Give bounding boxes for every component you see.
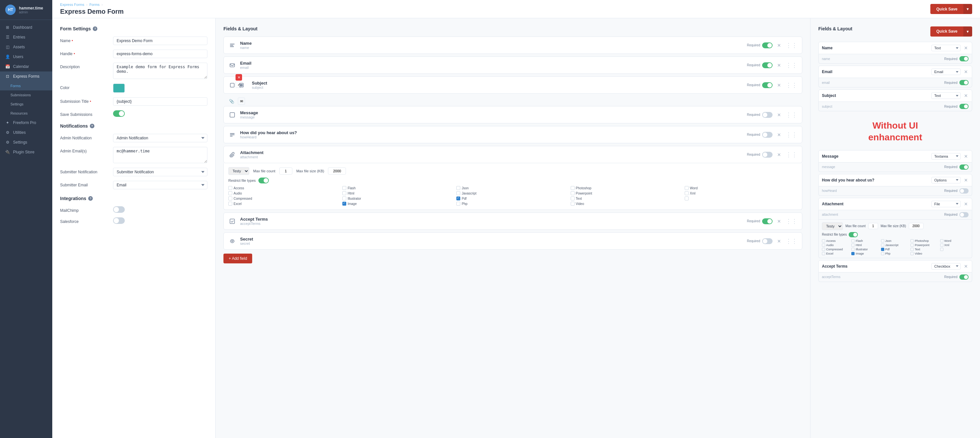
secret-drag-handle[interactable]: ⋮⋮ <box>786 238 797 245</box>
cb-video-box[interactable] <box>571 202 574 206</box>
right-cb-illustrator-box[interactable] <box>851 248 854 251</box>
cb-excel-box[interactable] <box>228 202 232 206</box>
max-file-count-input[interactable] <box>279 167 293 175</box>
attachment-drag-handle[interactable]: ⋮⋮ <box>786 151 797 158</box>
cb-pdf-box[interactable] <box>457 197 460 200</box>
admin-notification-select[interactable]: Admin Notification <box>113 134 207 142</box>
sidebar-item-plugin-store[interactable]: 🔌 Plugin Store <box>0 147 52 157</box>
subject-remove-overlay[interactable]: ✕ <box>235 74 242 81</box>
sidebar-item-settings-ef[interactable]: Settings <box>0 100 52 109</box>
cb-html-box[interactable] <box>342 191 346 195</box>
submitter-email-select[interactable]: Email <box>113 181 207 189</box>
right-name-type[interactable]: Text <box>931 45 961 51</box>
right-quick-save-button[interactable]: Quick Save <box>930 27 963 36</box>
sidebar-item-calendar[interactable]: 📅 Calendar <box>0 62 52 71</box>
form-settings-help-icon[interactable]: ? <box>93 27 97 31</box>
cb-word-box[interactable] <box>685 186 689 190</box>
right-quick-save-dropdown[interactable]: ▾ <box>963 27 972 36</box>
right-cb-javascript-box[interactable] <box>881 243 884 247</box>
right-att-size-input[interactable] <box>909 223 923 229</box>
name-input[interactable] <box>113 36 207 45</box>
save-submissions-toggle[interactable] <box>113 110 125 117</box>
right-cb-compressed-box[interactable] <box>822 248 825 251</box>
right-cb-php-box[interactable] <box>881 252 884 255</box>
admin-emails-input[interactable]: mc@hammer.time <box>113 147 207 163</box>
quick-save-button[interactable]: Quick Save <box>930 4 963 14</box>
sidebar-item-express-forms[interactable]: ⊡ Express Forms <box>0 71 52 81</box>
mailchimp-toggle[interactable] <box>113 206 125 213</box>
cb-photoshop-box[interactable] <box>571 186 574 190</box>
message-required-toggle[interactable] <box>762 112 773 118</box>
right-cb-json-box[interactable] <box>881 239 884 243</box>
cb-illustrator-box[interactable] <box>342 197 346 200</box>
right-howheard-remove[interactable]: ✕ <box>963 178 969 183</box>
sidebar-item-freeform-pro[interactable]: ✦ Freeform Pro <box>0 118 52 128</box>
add-field-button[interactable]: + Add field <box>223 254 252 263</box>
right-att-folder-select[interactable]: Testy <box>822 222 843 230</box>
right-subject-remove[interactable]: ✕ <box>963 93 969 98</box>
sidebar-item-resources[interactable]: Resources <box>0 109 52 118</box>
cb-xml-box[interactable] <box>685 191 689 195</box>
max-file-size-input[interactable] <box>328 167 346 175</box>
cb-javascript-box[interactable] <box>457 191 460 195</box>
name-remove-button[interactable]: ✕ <box>776 43 782 48</box>
breadcrumb-forms[interactable]: Forms <box>89 3 100 6</box>
email-remove-button[interactable]: ✕ <box>776 63 782 68</box>
email-drag-handle[interactable]: ⋮⋮ <box>786 62 797 69</box>
cb-powerpoint-box[interactable] <box>571 191 574 195</box>
breadcrumb-express-forms[interactable]: Express Forms <box>60 3 84 6</box>
cb-flash-box[interactable] <box>342 186 346 190</box>
cb-php-box[interactable] <box>457 202 460 206</box>
right-acceptterms-remove[interactable]: ✕ <box>963 264 969 269</box>
cb-audio-box[interactable] <box>228 191 232 195</box>
sidebar-item-users[interactable]: 👤 Users <box>0 52 52 62</box>
salesforce-toggle[interactable] <box>113 217 125 224</box>
cb-image-box[interactable] <box>342 202 346 206</box>
right-acceptterms-type[interactable]: Checkbox <box>931 263 961 270</box>
submission-title-input[interactable] <box>113 97 207 106</box>
restrict-toggle[interactable] <box>258 178 269 183</box>
right-howheard-required-toggle[interactable] <box>959 188 969 194</box>
right-cb-xml-box[interactable] <box>940 243 943 247</box>
sidebar-item-forms[interactable]: Forms <box>0 81 52 90</box>
sidebar-item-entries[interactable]: ☰ Entries <box>0 32 52 42</box>
color-swatch[interactable] <box>113 84 125 93</box>
right-email-type[interactable]: Email <box>931 68 961 75</box>
acceptterms-remove-button[interactable]: ✕ <box>776 219 782 224</box>
sidebar-item-submissions[interactable]: Submissions <box>0 90 52 100</box>
right-attachment-remove[interactable]: ✕ <box>963 202 969 206</box>
right-subject-type[interactable]: Text <box>931 92 961 99</box>
cb-text-box[interactable] <box>571 197 574 200</box>
right-name-remove[interactable]: ✕ <box>963 45 969 51</box>
subject-checkbox-overlay[interactable]: ✓ <box>235 81 242 88</box>
sidebar-item-utilities[interactable]: ⚙ Utilities <box>0 128 52 137</box>
right-restrict-toggle[interactable] <box>849 232 858 237</box>
sidebar-item-settings[interactable]: ⚙ Settings <box>0 137 52 147</box>
right-cb-empty-box[interactable] <box>940 248 943 251</box>
sidebar-item-dashboard[interactable]: ⊞ Dashboard <box>0 22 52 32</box>
right-cb-video-box[interactable] <box>910 252 914 255</box>
cb-json-box[interactable] <box>457 186 460 190</box>
clip-icon-tool[interactable]: 📎 <box>228 98 235 105</box>
right-att-count-input[interactable] <box>868 223 878 229</box>
message-drag-handle[interactable]: ⋮⋮ <box>786 111 797 119</box>
quick-save-dropdown[interactable]: ▾ <box>963 4 972 14</box>
right-cb-audio-box[interactable] <box>822 243 825 247</box>
description-input[interactable]: Example demo form for Express Forms demo… <box>113 63 207 79</box>
cb-access-box[interactable] <box>228 186 232 190</box>
right-cb-word-box[interactable] <box>940 239 943 243</box>
right-cb-html-box[interactable] <box>851 243 854 247</box>
right-howheard-type[interactable]: Options <box>931 177 961 183</box>
right-email-remove[interactable]: ✕ <box>963 69 969 75</box>
attachment-required-toggle[interactable] <box>762 152 773 158</box>
right-cb-image-box[interactable] <box>851 252 854 255</box>
integrations-help-icon[interactable]: ? <box>88 196 93 201</box>
right-cb-powerpoint-box[interactable] <box>910 243 914 247</box>
right-acceptterms-required-toggle[interactable] <box>959 275 969 280</box>
notifications-help-icon[interactable]: ? <box>90 124 94 128</box>
right-message-remove[interactable]: ✕ <box>963 154 969 159</box>
right-cb-excel-box[interactable] <box>822 252 825 255</box>
handle-input[interactable] <box>113 49 207 58</box>
right-email-required-toggle[interactable] <box>959 80 969 85</box>
howheard-remove-button[interactable]: ✕ <box>776 132 782 137</box>
